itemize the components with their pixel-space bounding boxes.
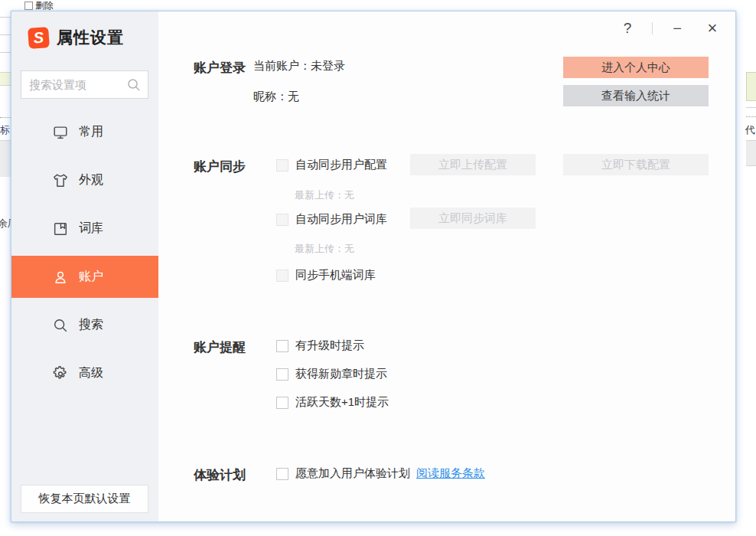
background-text-fragment: 代 [745,123,755,137]
window-controls: ? − × [617,18,723,39]
background-highlight-row [746,72,756,101]
user-icon [52,269,69,286]
sync-dict-now-button[interactable]: 立即同步词库 [410,208,536,229]
sidebar-item-advanced[interactable]: 高级 [11,352,158,394]
sync-mobile-dict-label: 同步手机端词库 [295,268,376,283]
sidebar-item-dictionary[interactable]: 词库 [11,208,158,250]
sidebar: S 属性设置 常用 外观 [11,11,158,521]
tshirt-icon [52,172,69,189]
section-login-label: 账户登录 [194,59,246,77]
sync-mobile-dict-row: 同步手机端词库 [276,268,376,283]
sidebar-item-label: 高级 [79,365,103,381]
last-upload-config-text: 最新上传：无 [295,188,354,202]
sidebar-item-label: 搜索 [79,317,103,333]
auto-sync-config-checkbox[interactable] [276,159,288,172]
background-row-line [0,17,11,18]
sidebar-item-search[interactable]: 搜索 [11,304,158,346]
background-dotted-line [746,116,756,117]
current-account-row: 当前账户：未登录 [253,59,345,74]
experience-join-checkbox[interactable] [276,468,288,480]
restore-defaults-button[interactable]: 恢复本页默认设置 [21,485,148,513]
controls-divider [652,22,653,34]
sidebar-item-common[interactable]: 常用 [11,111,158,153]
account-settings-panel: 账户登录 当前账户：未登录 昵称：无 进入个人中心 查看输入统计 账户同步 自动… [158,11,735,521]
sidebar-item-label: 常用 [79,124,103,140]
background-delete-checkbox-row: 删除 [24,0,54,11]
settings-dialog: ? − × S 属性设置 常用 [11,11,736,522]
last-upload-config-row: 最新上传：无 [295,188,354,202]
section-sync-label: 账户同步 [194,158,246,175]
background-text-fragment: 标 [0,123,10,137]
sidebar-item-label: 外观 [79,172,103,188]
personal-center-button[interactable]: 进入个人中心 [563,57,709,78]
nickname-row: 昵称：无 [253,90,299,104]
background-gray-band [746,140,756,166]
medal-remind-row: 获得新勋章时提示 [276,367,387,381]
sidebar-item-label: 账户 [79,269,103,285]
medal-remind-checkbox[interactable] [276,368,288,381]
section-remind-label: 账户提醒 [194,338,246,356]
section-experience-label: 体验计划 [194,466,246,484]
download-config-button[interactable]: 立即下载配置 [563,154,709,175]
active-days-remind-row: 活跃天数+1时提示 [276,395,389,410]
upgrade-remind-label: 有升级时提示 [295,338,364,353]
background-highlight-row [0,72,11,86]
sogou-logo-icon: S [28,27,50,49]
background-dotted-line [0,117,11,118]
background-gray-band [0,140,11,177]
background-delete-checkbox[interactable] [24,2,33,10]
experience-join-label: 愿意加入用户体验计划 [295,466,410,481]
app-header: S 属性设置 [28,27,124,48]
gear-icon [52,365,69,382]
auto-sync-dict-row: 自动同步用户词库 [276,212,387,227]
minimize-button[interactable]: − [666,18,688,39]
upload-config-button[interactable]: 立即上传配置 [410,154,536,175]
active-days-remind-label: 活跃天数+1时提示 [295,395,389,410]
page-title: 属性设置 [57,27,124,48]
sidebar-item-appearance[interactable]: 外观 [11,159,158,201]
close-button[interactable]: × [702,18,723,39]
background-row-line [0,52,11,53]
upgrade-remind-checkbox[interactable] [276,340,288,352]
nickname-text: 昵称：无 [253,90,299,104]
settings-search-box [21,70,148,99]
medal-remind-label: 获得新勋章时提示 [295,367,387,381]
sidebar-item-label: 词库 [79,221,103,237]
background-row-line [746,107,756,108]
auto-sync-config-row: 自动同步用户配置 [276,158,387,172]
upgrade-remind-row: 有升级时提示 [276,338,364,353]
auto-sync-dict-checkbox[interactable] [276,214,288,226]
search-icon [127,78,141,92]
input-stats-button[interactable]: 查看输入统计 [563,85,709,106]
sidebar-nav: 常用 外观 词库 账户 [11,111,158,400]
help-button[interactable]: ? [617,18,638,39]
sidebar-item-account[interactable]: 账户 [11,256,158,298]
auto-sync-config-label: 自动同步用户配置 [295,158,387,172]
monitor-icon [52,124,69,141]
last-upload-dict-row: 最新上传：无 [295,242,354,256]
search-icon [52,317,69,334]
background-row-line [0,34,11,35]
auto-sync-dict-label: 自动同步用户词库 [295,212,387,227]
dictionary-icon [52,221,69,237]
last-upload-dict-text: 最新上传：无 [295,242,354,256]
sync-mobile-dict-checkbox[interactable] [276,270,288,282]
active-days-remind-checkbox[interactable] [276,397,288,409]
experience-join-row: 愿意加入用户体验计划 阅读服务条款 [276,466,485,481]
current-account-text: 当前账户：未登录 [253,59,345,74]
terms-of-service-link[interactable]: 阅读服务条款 [416,466,485,481]
